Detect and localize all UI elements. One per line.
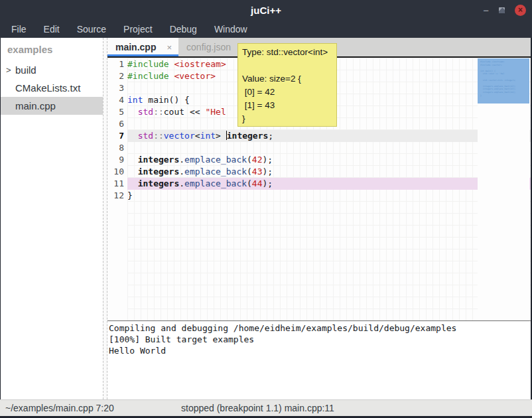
code-line-12[interactable]: }: [127, 190, 531, 202]
menu-item-edit[interactable]: Edit: [35, 20, 68, 38]
code-token: vector: [164, 131, 195, 141]
main-area: examples >buildCMakeLists.txtmain.cpp ma…: [0, 38, 532, 399]
code-token: ;: [268, 131, 273, 141]
line-number-gutter[interactable]: 123456789101112: [107, 58, 127, 320]
restore-icon[interactable]: [499, 7, 505, 13]
code-token: [127, 107, 138, 117]
code-line-7[interactable]: std::vector<int> integers;: [127, 130, 531, 142]
menu-item-file[interactable]: File: [3, 20, 35, 38]
code-token: );: [263, 167, 273, 176]
code-token: 43: [252, 167, 263, 176]
output-line: [100%] Built target examples: [109, 334, 531, 345]
sidebar-item-main-cpp[interactable]: main.cpp: [1, 97, 103, 115]
pane-divider[interactable]: [103, 38, 107, 399]
code-token: [127, 131, 138, 141]
code-token: integers: [138, 178, 180, 188]
code-token: #include: [127, 71, 169, 81]
menu-item-project[interactable]: Project: [115, 20, 161, 38]
project-name-header: examples: [1, 38, 103, 61]
code-token: .: [179, 178, 184, 188]
code-line-10[interactable]: integers.emplace_back(43);: [127, 166, 531, 178]
build-output-panel[interactable]: Compiling and debugging /home/eidheim/ex…: [107, 320, 531, 399]
title-bar: juCi++ − ×: [0, 0, 532, 20]
close-button[interactable]: ×: [515, 5, 526, 16]
tree-item-label: build: [15, 64, 36, 76]
line-number[interactable]: 5: [107, 106, 127, 118]
line-number[interactable]: 12: [107, 190, 127, 202]
code-token: int: [200, 131, 216, 141]
code-token: .: [179, 167, 184, 176]
file-tree-sidebar: examples >buildCMakeLists.txtmain.cpp: [1, 38, 103, 399]
code-token: }: [127, 190, 133, 200]
minimap[interactable]: #include <iostream> #include <vector> in…: [478, 58, 529, 320]
tab-label: config.json: [186, 42, 231, 52]
tooltip-line: }: [242, 112, 332, 125]
line-number[interactable]: 10: [107, 166, 127, 178]
code-token: );: [263, 178, 273, 188]
code-token: "Hel: [205, 107, 226, 117]
code-token: std: [138, 107, 153, 117]
window-controls: − ×: [483, 0, 526, 20]
line-number[interactable]: 8: [107, 142, 127, 154]
line-number[interactable]: 4: [107, 94, 127, 106]
code-token: (: [247, 178, 252, 188]
tooltip-line: [242, 59, 332, 72]
code-token: ::: [153, 107, 164, 117]
sidebar-item-cmakelists-txt[interactable]: CMakeLists.txt: [1, 79, 103, 97]
tab-main-cpp[interactable]: main.cpp×: [107, 38, 178, 56]
file-tree: >buildCMakeLists.txtmain.cpp: [1, 61, 103, 115]
tab-config-json[interactable]: config.json: [178, 38, 237, 56]
tab-label: main.cpp: [115, 42, 156, 52]
code-token: main() {: [143, 95, 189, 105]
line-number[interactable]: 6: [107, 118, 127, 130]
sidebar-item-build[interactable]: >build: [1, 61, 103, 79]
debug-value-tooltip: Type: std::vector<int>Value: size=2 { [0…: [237, 43, 337, 127]
tab-close-icon[interactable]: ×: [166, 42, 172, 52]
code-token: 42: [252, 155, 263, 165]
tooltip-line: Type: std::vector<int>: [242, 46, 332, 59]
tooltip-line: [1] = 43: [242, 99, 332, 112]
code-token: int: [127, 95, 143, 105]
code-token: <vector>: [174, 71, 216, 81]
code-token: [127, 155, 138, 165]
code-token: std: [138, 131, 153, 141]
line-number[interactable]: 9: [107, 154, 127, 166]
tree-item-label: CMakeLists.txt: [15, 82, 80, 94]
tooltip-line: [0] = 42: [242, 86, 332, 99]
chevron-right-icon: >: [6, 65, 15, 75]
line-number[interactable]: 1: [107, 58, 127, 70]
output-line: Compiling and debugging /home/eidheim/ex…: [109, 322, 531, 334]
code-token: <iostream>: [174, 59, 226, 69]
menu-bar: FileEditSourceProjectDebugWindow: [0, 20, 532, 38]
code-token: >: [216, 131, 226, 141]
app-window: juCi++ − × FileEditSourceProjectDebugWin…: [0, 0, 532, 418]
code-token: emplace_back: [184, 167, 247, 176]
menu-item-source[interactable]: Source: [68, 20, 115, 38]
tooltip-line: Value: size=2 {: [242, 72, 332, 86]
code-token: );: [263, 155, 273, 165]
menu-item-window[interactable]: Window: [206, 20, 256, 38]
code-token: <: [195, 131, 200, 141]
menu-item-debug[interactable]: Debug: [161, 20, 206, 38]
code-line-9[interactable]: integers.emplace_back(42);: [127, 154, 531, 166]
code-token: 44: [252, 178, 263, 188]
line-number[interactable]: 3: [107, 82, 127, 94]
line-number[interactable]: 2: [107, 70, 127, 82]
code-line-11[interactable]: integers.emplace_back(44);: [127, 178, 531, 190]
code-token: integers: [138, 167, 180, 176]
minimap-viewport[interactable]: [478, 58, 529, 104]
code-token: emplace_back: [184, 178, 247, 188]
debug-status: stopped (breakpoint 1.1) main.cpp:11: [181, 403, 334, 413]
output-line: Hello World: [109, 345, 531, 356]
cursor-location-status: ~/examples/main.cpp 7:20: [5, 403, 114, 413]
minimize-button[interactable]: −: [483, 5, 489, 15]
code-token: (: [247, 167, 252, 176]
tree-item-label: main.cpp: [15, 100, 56, 111]
code-line-8[interactable]: [127, 142, 531, 154]
status-bar: ~/examples/main.cpp 7:20 stopped (breakp…: [0, 399, 532, 418]
code-token: integers: [138, 155, 180, 165]
line-number[interactable]: 7: [107, 130, 127, 142]
line-number[interactable]: 11: [107, 178, 127, 190]
code-token: [127, 167, 138, 176]
code-token: [127, 178, 138, 188]
